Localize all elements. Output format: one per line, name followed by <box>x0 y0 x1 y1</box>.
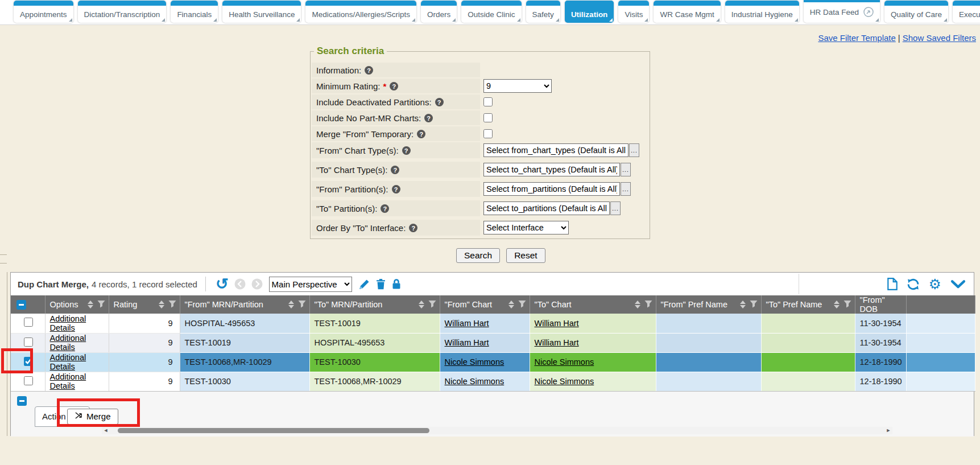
row-checkbox[interactable] <box>24 338 33 347</box>
tab-medications-allergies-scripts[interactable]: Medications/Allergies/Scripts <box>305 1 416 23</box>
tab-financials[interactable]: Financials <box>171 1 218 23</box>
edit-perspective-icon[interactable] <box>358 278 370 290</box>
from-chart-link[interactable]: Nicole Simmons <box>445 377 505 386</box>
delete-perspective-icon[interactable] <box>376 278 386 290</box>
settings-gear-icon[interactable]: ⚙ <box>929 278 941 290</box>
from-chart-types-picker-button[interactable]: ... <box>629 143 639 157</box>
help-icon[interactable]: ? <box>417 130 425 138</box>
merge-icon <box>75 411 83 421</box>
filter-icon[interactable] <box>97 300 105 310</box>
sort-icon[interactable] <box>834 301 840 308</box>
rating-cell: 9 <box>109 372 180 391</box>
tab-dictation-transcription[interactable]: Dictation/Transcription <box>78 1 167 23</box>
help-icon[interactable]: ? <box>402 146 411 155</box>
filter-icon[interactable] <box>750 300 758 310</box>
perspective-select[interactable]: Main Perspective <box>269 277 352 292</box>
rating-cell: 9 <box>109 314 180 333</box>
to-chart-link[interactable]: William Hart <box>535 338 579 347</box>
order-by-interface-select[interactable]: Select Interface <box>483 221 569 234</box>
additional-details-link[interactable]: Additional Details <box>50 372 86 390</box>
to-chart-types-picker-button[interactable]: ... <box>621 163 631 176</box>
help-icon[interactable]: ? <box>392 185 400 194</box>
launch-icon[interactable] <box>863 7 874 19</box>
tab-industrial-hygiene[interactable]: Industrial Hygiene <box>725 1 799 23</box>
previous-page-icon[interactable] <box>234 278 246 290</box>
filter-icon[interactable] <box>843 300 851 310</box>
row-checkbox[interactable] <box>24 376 33 385</box>
help-icon[interactable]: ? <box>409 224 417 232</box>
filter-icon[interactable] <box>298 300 306 310</box>
tab-visits[interactable]: Visits <box>618 1 649 23</box>
collapse-chevron-icon[interactable] <box>950 279 966 289</box>
help-icon[interactable]: ? <box>391 166 399 174</box>
to-partitions-input[interactable] <box>483 201 610 215</box>
new-record-icon[interactable] <box>887 278 898 290</box>
from-partitions-picker-button[interactable]: ... <box>621 182 631 196</box>
tab-orders[interactable]: Orders <box>421 1 457 23</box>
show-saved-filters-link[interactable]: Show Saved Filters <box>903 33 976 43</box>
sort-icon[interactable] <box>508 301 514 308</box>
include-deactivated-partitions-checkbox[interactable] <box>483 97 493 106</box>
help-icon[interactable]: ? <box>424 114 433 122</box>
select-all-checkbox[interactable] <box>16 300 26 310</box>
tab-wr-case-mgmt[interactable]: WR Case Mgmt <box>654 1 720 23</box>
horizontal-scrollbar[interactable]: ◄ ► <box>102 427 892 434</box>
to-pref-name-cell <box>761 333 855 352</box>
filter-icon[interactable] <box>644 300 652 310</box>
tab-outside-clinic[interactable]: Outside Clinic <box>461 1 521 23</box>
to-chart-types-input[interactable] <box>483 163 620 176</box>
filter-icon[interactable] <box>168 300 176 310</box>
from-partitions-input[interactable] <box>483 182 620 196</box>
additional-details-link[interactable]: Additional Details <box>50 314 86 332</box>
row-checkbox[interactable] <box>24 318 33 327</box>
sort-icon[interactable] <box>159 301 164 308</box>
merge-from-temporary-checkbox[interactable] <box>483 129 493 138</box>
lock-perspective-icon[interactable] <box>391 278 402 290</box>
save-filter-template-link[interactable]: Save Filter Template <box>818 33 895 43</box>
undo-icon[interactable]: ↺ <box>216 278 229 290</box>
row-checkbox[interactable] <box>24 357 33 366</box>
to-chart-link[interactable]: Nicole Simmons <box>535 357 594 367</box>
filter-icon[interactable] <box>518 300 526 310</box>
include-no-part-mr-charts-checkbox[interactable] <box>483 113 493 122</box>
to-chart-link[interactable]: Nicole Simmons <box>535 377 594 386</box>
tab-executive[interactable]: Executive <box>953 1 980 23</box>
help-icon[interactable]: ? <box>435 98 444 106</box>
scrollbar-thumb[interactable] <box>118 428 429 433</box>
collapse-selection-icon[interactable] <box>17 396 27 406</box>
to-partitions-picker-button[interactable]: ... <box>610 201 621 215</box>
scroll-left-icon[interactable]: ◄ <box>102 427 110 433</box>
from-mrn-cell: HOSPITAL-495653 <box>180 314 309 333</box>
tab-quality-of-care[interactable]: Quality of Care <box>884 1 948 23</box>
from-chart-link[interactable]: William Hart <box>445 338 489 347</box>
tab-utilization[interactable]: Utilization <box>565 1 614 23</box>
help-icon[interactable]: ? <box>390 82 398 90</box>
sort-icon[interactable] <box>740 301 746 308</box>
search-button[interactable]: Search <box>456 248 500 263</box>
scrollbar-track[interactable] <box>110 427 884 434</box>
tab-safety[interactable]: Safety <box>526 1 560 23</box>
help-icon[interactable]: ? <box>365 66 373 75</box>
additional-details-link[interactable]: Additional Details <box>50 353 86 371</box>
reset-button[interactable]: Reset <box>506 248 545 263</box>
from-mrn-cell: TEST-10019 <box>180 333 309 352</box>
sort-icon[interactable] <box>635 301 640 308</box>
next-page-icon[interactable] <box>251 278 263 290</box>
additional-details-link[interactable]: Additional Details <box>50 334 86 352</box>
from-chart-link[interactable]: Nicole Simmons <box>445 357 505 367</box>
minimum-rating-select[interactable]: 9 <box>483 79 552 93</box>
help-icon[interactable]: ? <box>381 204 389 213</box>
tab-health-surveillance[interactable]: Health Surveillance <box>222 1 301 23</box>
sort-icon[interactable] <box>288 301 294 308</box>
merge-button[interactable]: Merge <box>67 409 118 425</box>
sort-icon[interactable] <box>419 301 424 308</box>
from-chart-link[interactable]: William Hart <box>445 319 489 328</box>
from-chart-types-input[interactable] <box>483 143 628 157</box>
scroll-right-icon[interactable]: ► <box>884 427 892 433</box>
to-chart-link[interactable]: William Hart <box>535 319 579 328</box>
refresh-icon[interactable] <box>907 278 920 290</box>
filter-icon[interactable] <box>428 300 436 310</box>
tab-appointments[interactable]: Appointments <box>14 1 73 23</box>
tab-hr-data-feed[interactable]: HR Data Feed <box>804 0 880 23</box>
sort-icon[interactable] <box>88 301 93 308</box>
